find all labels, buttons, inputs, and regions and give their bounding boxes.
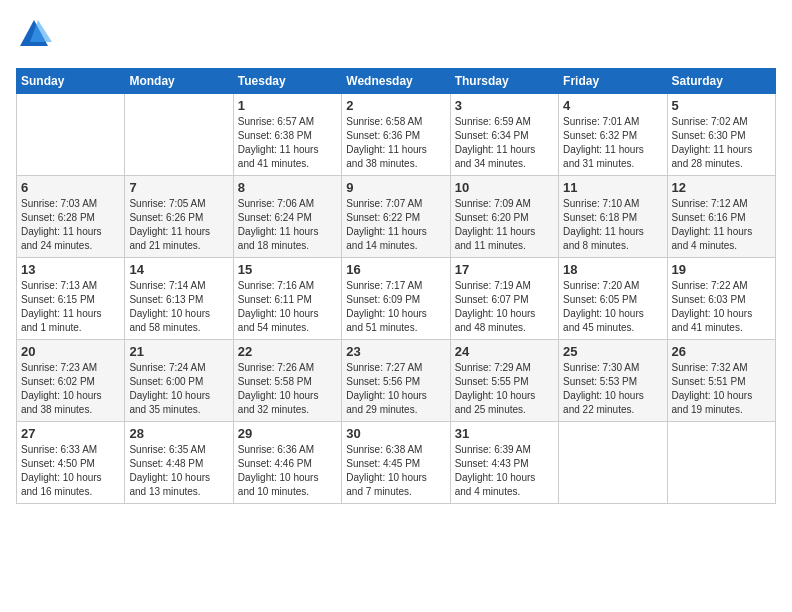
cell-info: Sunrise: 7:24 AMSunset: 6:00 PMDaylight:… xyxy=(129,361,228,417)
cell-info: Sunrise: 7:17 AMSunset: 6:09 PMDaylight:… xyxy=(346,279,445,335)
header-monday: Monday xyxy=(125,69,233,94)
cell-info: Sunrise: 7:23 AMSunset: 6:02 PMDaylight:… xyxy=(21,361,120,417)
day-number: 30 xyxy=(346,426,445,441)
day-number: 20 xyxy=(21,344,120,359)
calendar-cell: 24Sunrise: 7:29 AMSunset: 5:55 PMDayligh… xyxy=(450,340,558,422)
cell-info: Sunrise: 7:10 AMSunset: 6:18 PMDaylight:… xyxy=(563,197,662,253)
day-number: 6 xyxy=(21,180,120,195)
day-number: 13 xyxy=(21,262,120,277)
logo-block xyxy=(16,16,52,56)
day-number: 28 xyxy=(129,426,228,441)
calendar-cell: 15Sunrise: 7:16 AMSunset: 6:11 PMDayligh… xyxy=(233,258,341,340)
day-number: 19 xyxy=(672,262,771,277)
day-number: 12 xyxy=(672,180,771,195)
day-number: 4 xyxy=(563,98,662,113)
calendar-cell: 16Sunrise: 7:17 AMSunset: 6:09 PMDayligh… xyxy=(342,258,450,340)
calendar-cell: 17Sunrise: 7:19 AMSunset: 6:07 PMDayligh… xyxy=(450,258,558,340)
day-number: 25 xyxy=(563,344,662,359)
day-number: 26 xyxy=(672,344,771,359)
day-number: 7 xyxy=(129,180,228,195)
day-number: 9 xyxy=(346,180,445,195)
cell-info: Sunrise: 6:57 AMSunset: 6:38 PMDaylight:… xyxy=(238,115,337,171)
calendar-cell: 7Sunrise: 7:05 AMSunset: 6:26 PMDaylight… xyxy=(125,176,233,258)
cell-info: Sunrise: 6:59 AMSunset: 6:34 PMDaylight:… xyxy=(455,115,554,171)
cell-info: Sunrise: 7:09 AMSunset: 6:20 PMDaylight:… xyxy=(455,197,554,253)
calendar-cell: 12Sunrise: 7:12 AMSunset: 6:16 PMDayligh… xyxy=(667,176,775,258)
cell-info: Sunrise: 7:12 AMSunset: 6:16 PMDaylight:… xyxy=(672,197,771,253)
calendar-cell: 3Sunrise: 6:59 AMSunset: 6:34 PMDaylight… xyxy=(450,94,558,176)
calendar-cell: 2Sunrise: 6:58 AMSunset: 6:36 PMDaylight… xyxy=(342,94,450,176)
cell-info: Sunrise: 7:03 AMSunset: 6:28 PMDaylight:… xyxy=(21,197,120,253)
calendar-cell xyxy=(125,94,233,176)
logo xyxy=(16,16,52,56)
cell-info: Sunrise: 7:22 AMSunset: 6:03 PMDaylight:… xyxy=(672,279,771,335)
calendar-week-row: 1Sunrise: 6:57 AMSunset: 6:38 PMDaylight… xyxy=(17,94,776,176)
day-number: 21 xyxy=(129,344,228,359)
calendar-cell: 28Sunrise: 6:35 AMSunset: 4:48 PMDayligh… xyxy=(125,422,233,504)
day-number: 5 xyxy=(672,98,771,113)
day-number: 23 xyxy=(346,344,445,359)
cell-info: Sunrise: 7:20 AMSunset: 6:05 PMDaylight:… xyxy=(563,279,662,335)
day-number: 2 xyxy=(346,98,445,113)
cell-info: Sunrise: 6:58 AMSunset: 6:36 PMDaylight:… xyxy=(346,115,445,171)
cell-info: Sunrise: 6:33 AMSunset: 4:50 PMDaylight:… xyxy=(21,443,120,499)
calendar-cell: 5Sunrise: 7:02 AMSunset: 6:30 PMDaylight… xyxy=(667,94,775,176)
day-number: 16 xyxy=(346,262,445,277)
calendar-cell xyxy=(17,94,125,176)
cell-info: Sunrise: 7:16 AMSunset: 6:11 PMDaylight:… xyxy=(238,279,337,335)
cell-info: Sunrise: 7:19 AMSunset: 6:07 PMDaylight:… xyxy=(455,279,554,335)
day-number: 8 xyxy=(238,180,337,195)
calendar-cell xyxy=(559,422,667,504)
calendar-cell: 11Sunrise: 7:10 AMSunset: 6:18 PMDayligh… xyxy=(559,176,667,258)
day-number: 27 xyxy=(21,426,120,441)
calendar-cell: 22Sunrise: 7:26 AMSunset: 5:58 PMDayligh… xyxy=(233,340,341,422)
calendar-body: 1Sunrise: 6:57 AMSunset: 6:38 PMDaylight… xyxy=(17,94,776,504)
header-saturday: Saturday xyxy=(667,69,775,94)
day-number: 31 xyxy=(455,426,554,441)
calendar-cell: 31Sunrise: 6:39 AMSunset: 4:43 PMDayligh… xyxy=(450,422,558,504)
header-row: Sunday Monday Tuesday Wednesday Thursday… xyxy=(17,69,776,94)
calendar-cell: 8Sunrise: 7:06 AMSunset: 6:24 PMDaylight… xyxy=(233,176,341,258)
day-number: 10 xyxy=(455,180,554,195)
calendar-header: Sunday Monday Tuesday Wednesday Thursday… xyxy=(17,69,776,94)
header-friday: Friday xyxy=(559,69,667,94)
cell-info: Sunrise: 6:35 AMSunset: 4:48 PMDaylight:… xyxy=(129,443,228,499)
logo-icon xyxy=(16,16,52,52)
calendar-cell: 30Sunrise: 6:38 AMSunset: 4:45 PMDayligh… xyxy=(342,422,450,504)
calendar-cell xyxy=(667,422,775,504)
day-number: 3 xyxy=(455,98,554,113)
calendar-cell: 4Sunrise: 7:01 AMSunset: 6:32 PMDaylight… xyxy=(559,94,667,176)
calendar-week-row: 27Sunrise: 6:33 AMSunset: 4:50 PMDayligh… xyxy=(17,422,776,504)
header-tuesday: Tuesday xyxy=(233,69,341,94)
cell-info: Sunrise: 7:13 AMSunset: 6:15 PMDaylight:… xyxy=(21,279,120,335)
cell-info: Sunrise: 7:26 AMSunset: 5:58 PMDaylight:… xyxy=(238,361,337,417)
calendar-cell: 25Sunrise: 7:30 AMSunset: 5:53 PMDayligh… xyxy=(559,340,667,422)
calendar-week-row: 13Sunrise: 7:13 AMSunset: 6:15 PMDayligh… xyxy=(17,258,776,340)
day-number: 15 xyxy=(238,262,337,277)
page-header xyxy=(16,16,776,56)
cell-info: Sunrise: 6:39 AMSunset: 4:43 PMDaylight:… xyxy=(455,443,554,499)
calendar-cell: 18Sunrise: 7:20 AMSunset: 6:05 PMDayligh… xyxy=(559,258,667,340)
calendar-cell: 27Sunrise: 6:33 AMSunset: 4:50 PMDayligh… xyxy=(17,422,125,504)
header-wednesday: Wednesday xyxy=(342,69,450,94)
calendar-cell: 23Sunrise: 7:27 AMSunset: 5:56 PMDayligh… xyxy=(342,340,450,422)
cell-info: Sunrise: 7:06 AMSunset: 6:24 PMDaylight:… xyxy=(238,197,337,253)
day-number: 18 xyxy=(563,262,662,277)
day-number: 29 xyxy=(238,426,337,441)
calendar-cell: 14Sunrise: 7:14 AMSunset: 6:13 PMDayligh… xyxy=(125,258,233,340)
calendar-cell: 6Sunrise: 7:03 AMSunset: 6:28 PMDaylight… xyxy=(17,176,125,258)
calendar-week-row: 20Sunrise: 7:23 AMSunset: 6:02 PMDayligh… xyxy=(17,340,776,422)
cell-info: Sunrise: 7:30 AMSunset: 5:53 PMDaylight:… xyxy=(563,361,662,417)
cell-info: Sunrise: 7:02 AMSunset: 6:30 PMDaylight:… xyxy=(672,115,771,171)
calendar-cell: 13Sunrise: 7:13 AMSunset: 6:15 PMDayligh… xyxy=(17,258,125,340)
calendar-cell: 29Sunrise: 6:36 AMSunset: 4:46 PMDayligh… xyxy=(233,422,341,504)
cell-info: Sunrise: 7:14 AMSunset: 6:13 PMDaylight:… xyxy=(129,279,228,335)
cell-info: Sunrise: 7:29 AMSunset: 5:55 PMDaylight:… xyxy=(455,361,554,417)
cell-info: Sunrise: 7:27 AMSunset: 5:56 PMDaylight:… xyxy=(346,361,445,417)
cell-info: Sunrise: 7:32 AMSunset: 5:51 PMDaylight:… xyxy=(672,361,771,417)
header-sunday: Sunday xyxy=(17,69,125,94)
calendar-cell: 21Sunrise: 7:24 AMSunset: 6:00 PMDayligh… xyxy=(125,340,233,422)
calendar-cell: 9Sunrise: 7:07 AMSunset: 6:22 PMDaylight… xyxy=(342,176,450,258)
cell-info: Sunrise: 7:07 AMSunset: 6:22 PMDaylight:… xyxy=(346,197,445,253)
calendar-cell: 1Sunrise: 6:57 AMSunset: 6:38 PMDaylight… xyxy=(233,94,341,176)
